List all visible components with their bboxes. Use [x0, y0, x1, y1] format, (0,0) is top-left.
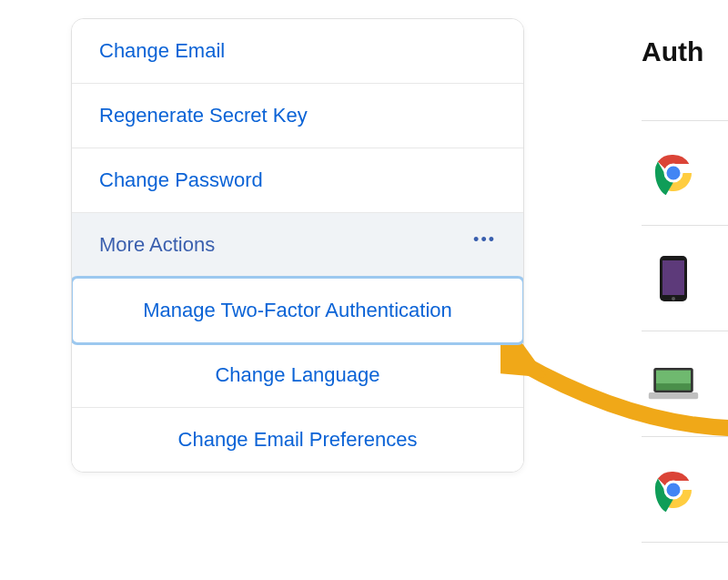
device-row[interactable]	[642, 226, 728, 331]
menu-item-change-email[interactable]: Change Email	[72, 19, 523, 84]
device-row[interactable]	[642, 437, 728, 543]
menu-item-label: More Actions	[99, 233, 215, 257]
submenu-item-change-email-preferences[interactable]: Change Email Preferences	[72, 408, 523, 472]
menu-item-change-password[interactable]: Change Password	[72, 148, 523, 213]
phone-icon	[646, 251, 701, 306]
laptop-icon	[646, 357, 701, 412]
submenu-item-label: Manage Two-Factor Authentication	[143, 299, 452, 322]
panel-title: Auth	[642, 36, 728, 84]
menu-item-label: Regenerate Secret Key	[99, 104, 308, 127]
svg-rect-8	[656, 383, 691, 390]
authorized-devices-panel: Auth	[642, 36, 728, 543]
submenu-item-label: Change Email Preferences	[178, 428, 418, 452]
svg-rect-4	[662, 260, 684, 295]
submenu-item-label: Change Language	[215, 363, 379, 387]
account-settings-menu: Change Email Regenerate Secret Key Chang…	[71, 18, 524, 473]
menu-item-label: Change Email	[99, 39, 225, 63]
ellipsis-icon: •••	[473, 230, 496, 249]
chrome-icon	[646, 463, 701, 517]
device-list	[642, 120, 728, 543]
more-actions-submenu: Manage Two-Factor Authentication Change …	[72, 276, 523, 472]
svg-rect-9	[649, 392, 698, 399]
device-row[interactable]	[642, 331, 728, 437]
svg-point-5	[672, 297, 675, 300]
submenu-item-manage-2fa[interactable]: Manage Two-Factor Authentication	[71, 276, 524, 345]
chrome-icon	[646, 146, 701, 200]
submenu-item-change-language[interactable]: Change Language	[72, 343, 523, 408]
menu-item-label: Change Password	[99, 168, 263, 192]
menu-item-more-actions[interactable]: More Actions •••	[72, 213, 523, 278]
menu-item-regenerate-secret-key[interactable]: Regenerate Secret Key	[72, 84, 523, 148]
device-row[interactable]	[642, 120, 728, 226]
